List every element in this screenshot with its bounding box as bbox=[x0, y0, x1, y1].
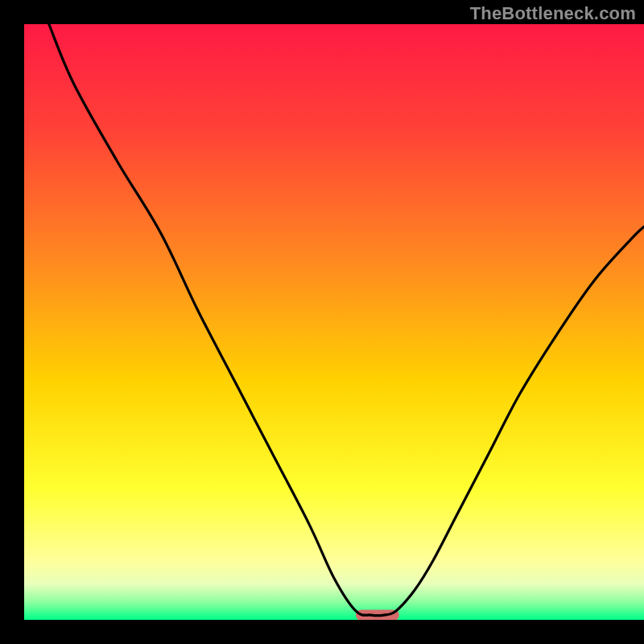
watermark-text: TheBottleneck.com bbox=[470, 3, 636, 24]
chart-container: TheBottleneck.com bbox=[0, 0, 644, 644]
plot-area bbox=[24, 24, 644, 620]
chart-svg bbox=[24, 24, 644, 620]
gradient-background bbox=[24, 24, 644, 620]
